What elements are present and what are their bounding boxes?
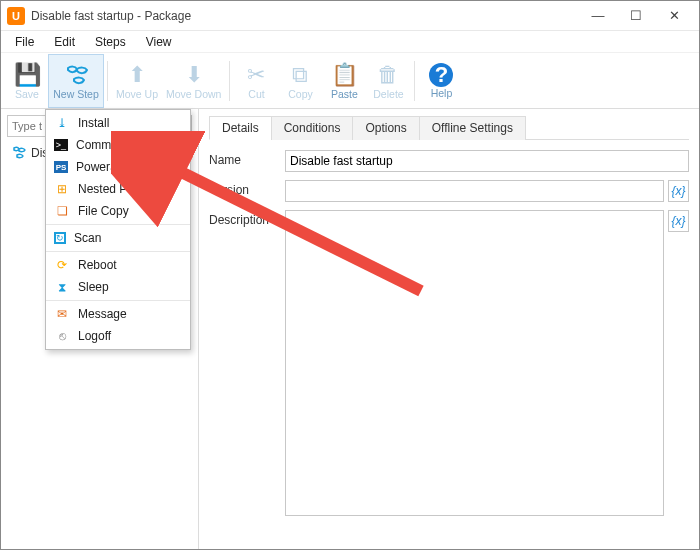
powershell-icon: PS <box>54 161 68 173</box>
reboot-icon: ⟳ <box>54 257 70 273</box>
logoff-icon: ⎋ <box>54 328 70 344</box>
toolbar: 💾 Save New Step ⬆ Move Up ⬇ Move Down ✂ … <box>1 53 699 109</box>
menu-item-nested-package[interactable]: ⊞ Nested Package <box>46 178 190 200</box>
tab-conditions[interactable]: Conditions <box>271 116 354 140</box>
menu-edit[interactable]: Edit <box>44 33 85 51</box>
toolbar-separator <box>414 61 415 101</box>
new-step-label: New Step <box>53 88 99 100</box>
menu-item-command[interactable]: >_ Command <box>46 134 190 156</box>
description-label: Description <box>209 210 285 227</box>
menu-item-label: File Copy <box>78 204 129 218</box>
arrow-up-icon: ⬆ <box>128 62 146 88</box>
move-up-label: Move Up <box>116 88 158 100</box>
description-field[interactable] <box>285 210 664 516</box>
tab-strip: Details Conditions Options Offline Setti… <box>209 115 689 140</box>
terminal-icon: >_ <box>54 139 68 151</box>
help-button[interactable]: ? Help <box>419 55 463 107</box>
tab-details[interactable]: Details <box>209 116 272 140</box>
app-icon: U <box>7 7 25 25</box>
help-icon: ? <box>429 63 453 87</box>
paste-label: Paste <box>331 88 358 100</box>
maximize-button[interactable]: ☐ <box>617 5 655 27</box>
menu-item-message[interactable]: ✉ Message <box>46 303 190 325</box>
clipboard-icon: 📋 <box>331 62 358 88</box>
scissors-icon: ✂ <box>247 62 265 88</box>
scan-icon: ↻ <box>54 232 66 244</box>
hourglass-icon: ⧗ <box>54 279 70 295</box>
new-step-icon <box>63 62 89 88</box>
menu-separator <box>46 224 190 225</box>
save-button[interactable]: 💾 Save <box>5 55 49 107</box>
menu-item-label: PowerShell <box>76 160 137 174</box>
details-panel: Details Conditions Options Offline Setti… <box>199 109 699 549</box>
menu-view[interactable]: View <box>136 33 182 51</box>
menu-bar: File Edit Steps View <box>1 31 699 53</box>
toolbar-separator <box>229 61 230 101</box>
copy-icon: ⧉ <box>292 62 308 88</box>
menu-file[interactable]: File <box>5 33 44 51</box>
new-step-button[interactable]: New Step <box>49 55 103 107</box>
menu-steps[interactable]: Steps <box>85 33 136 51</box>
tab-offline-settings[interactable]: Offline Settings <box>419 116 526 140</box>
trash-icon: 🗑 <box>377 62 399 88</box>
tab-options[interactable]: Options <box>352 116 419 140</box>
close-button[interactable]: ✕ <box>655 5 693 27</box>
menu-item-label: Install <box>78 116 109 130</box>
menu-separator <box>46 300 190 301</box>
arrow-down-icon: ⬇ <box>185 62 203 88</box>
title-bar: U Disable fast startup - Package — ☐ ✕ <box>1 1 699 31</box>
menu-item-file-copy[interactable]: ❏ File Copy <box>46 200 190 222</box>
window-title: Disable fast startup - Package <box>31 9 579 23</box>
version-field[interactable] <box>285 180 664 202</box>
save-icon: 💾 <box>14 62 41 88</box>
nested-package-icon: ⊞ <box>54 181 70 197</box>
name-field[interactable] <box>285 150 689 172</box>
menu-item-label: Sleep <box>78 280 109 294</box>
menu-item-label: Nested Package <box>78 182 166 196</box>
delete-label: Delete <box>373 88 403 100</box>
save-label: Save <box>15 88 39 100</box>
menu-separator <box>46 251 190 252</box>
menu-item-logoff[interactable]: ⎋ Logoff <box>46 325 190 347</box>
new-step-menu: ⤓ Install >_ Command PS PowerShell ⊞ Nes… <box>45 109 191 350</box>
details-form: Name Version {x} Description {x} <box>209 140 689 534</box>
paste-button[interactable]: 📋 Paste <box>322 55 366 107</box>
description-variable-button[interactable]: {x} <box>668 210 689 232</box>
copy-button[interactable]: ⧉ Copy <box>278 55 322 107</box>
move-down-label: Move Down <box>166 88 221 100</box>
install-icon: ⤓ <box>54 115 70 131</box>
delete-button[interactable]: 🗑 Delete <box>366 55 410 107</box>
menu-item-label: Scan <box>74 231 101 245</box>
menu-item-scan[interactable]: ↻ Scan <box>46 227 190 249</box>
menu-item-label: Logoff <box>78 329 111 343</box>
cut-button[interactable]: ✂ Cut <box>234 55 278 107</box>
cut-label: Cut <box>248 88 264 100</box>
version-label: Version <box>209 180 285 197</box>
menu-item-reboot[interactable]: ⟳ Reboot <box>46 254 190 276</box>
help-label: Help <box>431 87 453 99</box>
version-variable-button[interactable]: {x} <box>668 180 689 202</box>
minimize-button[interactable]: — <box>579 5 617 27</box>
menu-item-powershell[interactable]: PS PowerShell <box>46 156 190 178</box>
name-label: Name <box>209 150 285 167</box>
menu-item-label: Message <box>78 307 127 321</box>
file-copy-icon: ❏ <box>54 203 70 219</box>
menu-item-install[interactable]: ⤓ Install <box>46 112 190 134</box>
menu-item-sleep[interactable]: ⧗ Sleep <box>46 276 190 298</box>
menu-item-label: Reboot <box>78 258 117 272</box>
message-icon: ✉ <box>54 306 70 322</box>
move-up-button[interactable]: ⬆ Move Up <box>112 55 162 107</box>
menu-item-label: Command <box>76 138 131 152</box>
copy-label: Copy <box>288 88 313 100</box>
package-icon <box>11 145 27 161</box>
toolbar-separator <box>107 61 108 101</box>
move-down-button[interactable]: ⬇ Move Down <box>162 55 225 107</box>
